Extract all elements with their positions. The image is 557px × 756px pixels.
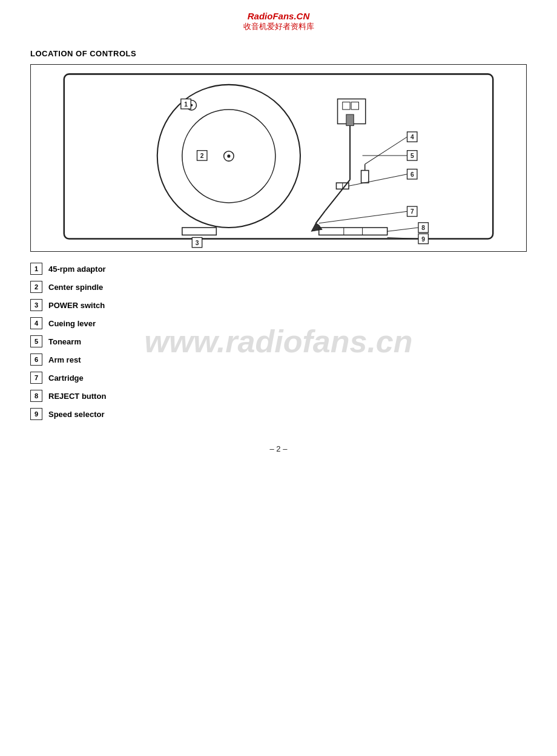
control-item-1: 145-rpm adaptor: [30, 263, 527, 275]
control-badge-7: 7: [30, 372, 42, 384]
svg-line-41: [387, 228, 418, 231]
svg-text:3: 3: [196, 240, 199, 246]
control-badge-1: 1: [30, 263, 42, 275]
svg-text:1: 1: [184, 101, 188, 108]
svg-text:5: 5: [410, 153, 414, 159]
controls-list: 145-rpm adaptor2Center spindle3POWER swi…: [30, 263, 527, 420]
control-item-5: 5Tonearm: [30, 335, 527, 347]
control-label-1: 45-rpm adaptor: [48, 265, 106, 274]
section-heading: LOCATION OF CONTROLS: [30, 49, 557, 58]
control-label-8: REJECT button: [48, 392, 106, 401]
control-label-4: Cueing lever: [48, 319, 96, 328]
page-header: RadioFans.CN 收音机爱好者资料库: [0, 0, 557, 38]
control-label-6: Arm rest: [48, 355, 81, 364]
control-badge-5: 5: [30, 335, 42, 347]
control-badge-3: 3: [30, 299, 42, 311]
control-item-8: 8REJECT button: [30, 390, 527, 402]
svg-rect-21: [361, 171, 369, 183]
svg-rect-13: [351, 102, 358, 110]
diagram-svg: 1 2 4 5: [31, 65, 526, 251]
svg-line-16: [316, 211, 325, 223]
control-item-2: 2Center spindle: [30, 281, 527, 293]
svg-text:6: 6: [410, 171, 414, 178]
svg-rect-12: [343, 102, 350, 110]
svg-rect-18: [346, 114, 354, 125]
control-item-7: 7Cartridge: [30, 372, 527, 384]
control-label-5: Tonearm: [48, 337, 81, 346]
control-badge-8: 8: [30, 390, 42, 402]
control-badge-9: 9: [30, 408, 42, 420]
svg-text:8: 8: [421, 225, 425, 231]
control-label-3: POWER switch: [48, 301, 105, 310]
control-label-7: Cartridge: [48, 373, 84, 383]
control-badge-6: 6: [30, 353, 42, 366]
control-item-4: 4Cueing lever: [30, 317, 527, 329]
control-item-6: 6Arm rest: [30, 353, 527, 366]
controls-section: www.radiofans.cn 145-rpm adaptor2Center …: [0, 263, 557, 420]
control-item-9: 9Speed selector: [30, 408, 527, 420]
control-item-3: 3POWER switch: [30, 299, 527, 311]
svg-text:9: 9: [421, 236, 425, 243]
turntable-diagram: 1 2 4 5: [30, 64, 527, 252]
svg-text:7: 7: [410, 208, 414, 215]
page-number: – 2 –: [0, 444, 557, 453]
control-label-2: Center spindle: [48, 283, 103, 292]
svg-point-4: [227, 154, 230, 157]
control-badge-2: 2: [30, 281, 42, 293]
svg-line-15: [325, 180, 350, 211]
site-subtitle: 收音机爱好者资料库: [0, 21, 557, 32]
svg-line-29: [365, 137, 407, 164]
svg-rect-24: [319, 228, 387, 235]
svg-rect-0: [64, 74, 493, 238]
site-title: RadioFans.CN: [0, 11, 557, 21]
svg-text:2: 2: [200, 153, 204, 159]
svg-line-35: [349, 174, 407, 186]
svg-line-38: [319, 211, 407, 223]
control-label-9: Speed selector: [48, 410, 105, 419]
svg-rect-23: [182, 228, 216, 235]
svg-text:4: 4: [410, 134, 414, 140]
control-badge-4: 4: [30, 317, 42, 329]
